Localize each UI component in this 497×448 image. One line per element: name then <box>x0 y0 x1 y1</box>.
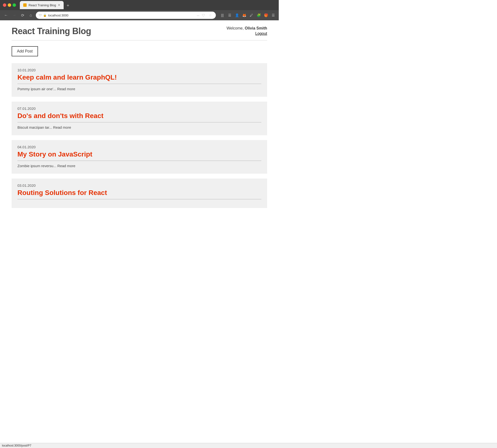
address-bar[interactable]: 🛡 🔒 localhost:3000 ··· 🛡 ☆ <box>36 12 216 19</box>
forward-button[interactable]: → <box>11 12 17 18</box>
url-display: localhost:3000 <box>48 14 195 17</box>
library-icon[interactable]: ||| <box>220 13 225 18</box>
star-icon[interactable]: ☆ <box>208 13 213 18</box>
close-button[interactable] <box>3 3 6 7</box>
tab-favicon <box>23 3 27 7</box>
new-tab-button[interactable]: + <box>64 2 72 9</box>
home-button[interactable]: ⌂ <box>28 12 34 18</box>
post-excerpt: Zombie ipsum reversu... Read more <box>17 164 261 168</box>
post-excerpt: Pommy ipsum air one'... Read more <box>17 87 261 91</box>
post-title-link[interactable]: My Story on JavaScript <box>17 150 261 161</box>
extensions-icon[interactable]: 🧩 <box>256 13 261 18</box>
blog-post: 03.01.2020 Routing Solutions for React <box>12 178 267 208</box>
traffic-lights <box>3 3 16 7</box>
bookmark-shield-icon[interactable]: 🛡 <box>201 13 206 18</box>
shield-icon: 🛡 <box>39 14 42 17</box>
post-title-link[interactable]: Routing Solutions for React <box>17 189 261 199</box>
logout-link[interactable]: Logout <box>255 32 267 35</box>
post-date: 04.01.2020 <box>17 145 261 149</box>
reader-icon[interactable]: ☰ <box>227 13 232 18</box>
welcome-label: Welcome, <box>226 26 244 30</box>
browser-toolbar-icons: ||| ☰ 👤 🦊 🖊 🧩 🎁 ☰ <box>220 13 276 18</box>
blog-posts-list: 10.01.2020 Keep calm and learn GraphQL! … <box>12 63 267 208</box>
post-date: 03.01.2020 <box>17 183 261 188</box>
tab-close-icon[interactable]: ✕ <box>58 3 60 7</box>
menu-icon[interactable]: ☰ <box>271 13 276 18</box>
eyedropper-icon[interactable]: 🖊 <box>249 13 254 18</box>
minimize-button[interactable] <box>8 3 11 7</box>
browser-chrome: React Training Blog ✕ + ← → ⟳ ⌂ 🛡 🔒 loca… <box>0 0 279 20</box>
post-title-link[interactable]: Do's and don'ts with React <box>17 112 261 122</box>
active-tab[interactable]: React Training Blog ✕ <box>20 1 64 9</box>
tab-bar: React Training Blog ✕ + <box>20 1 72 9</box>
browser-titlebar: React Training Blog ✕ + <box>0 0 279 10</box>
site-title: React Training Blog <box>12 26 91 36</box>
account-icon[interactable]: 👤 <box>234 13 240 18</box>
lock-icon: 🔒 <box>43 14 47 17</box>
blog-post: 07.01.2020 Do's and don'ts with React Bi… <box>12 102 267 135</box>
tab-title: React Training Blog <box>29 3 56 7</box>
blog-post: 04.01.2020 My Story on JavaScript Zombie… <box>12 140 267 174</box>
reload-button[interactable]: ⟳ <box>19 12 26 18</box>
firefox-icon[interactable]: 🦊 <box>241 13 247 18</box>
post-date: 07.01.2020 <box>17 106 261 111</box>
post-date: 10.01.2020 <box>17 68 261 72</box>
post-excerpt: Biscuit marzipan tar... Read more <box>17 125 261 129</box>
gift-icon[interactable]: 🎁 <box>263 13 269 18</box>
post-title-link[interactable]: Keep calm and learn GraphQL! <box>17 74 261 84</box>
back-button[interactable]: ← <box>3 12 9 18</box>
more-options-icon[interactable]: ··· <box>197 14 199 17</box>
site-header: React Training Blog Welcome, Olivia Smit… <box>12 26 267 40</box>
welcome-text: Welcome, Olivia Smith <box>226 26 267 31</box>
browser-toolbar: ← → ⟳ ⌂ 🛡 🔒 localhost:3000 ··· 🛡 ☆ ||| ☰… <box>0 10 279 20</box>
page-content: React Training Blog Welcome, Olivia Smit… <box>0 20 279 224</box>
user-section: Welcome, Olivia Smith Logout <box>226 26 267 36</box>
user-name: Olivia Smith <box>245 26 267 30</box>
blog-post: 10.01.2020 Keep calm and learn GraphQL! … <box>12 63 267 97</box>
maximize-button[interactable] <box>13 3 16 7</box>
add-post-button[interactable]: Add Post <box>12 46 38 56</box>
